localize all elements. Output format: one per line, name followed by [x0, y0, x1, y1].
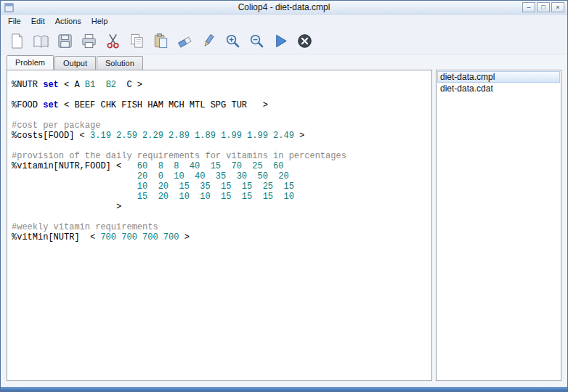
- copy-button[interactable]: [127, 31, 146, 50]
- panels: %NUTR set < A B1 B2 C > %FOOD set < BEEF…: [7, 70, 561, 381]
- print-icon: [81, 33, 97, 49]
- code-line: 20 0 10 40 35 30 50 20: [12, 171, 427, 181]
- save-button[interactable]: [55, 31, 74, 50]
- new-document-icon: [9, 33, 25, 49]
- save-icon: [57, 33, 73, 49]
- redo-button[interactable]: [199, 31, 218, 50]
- open-file-icon: [33, 33, 49, 49]
- app-window: Coliop4 - diet-data.cmpl –□× FileEditAct…: [0, 0, 568, 392]
- code-line: %vitMin[NUTR] < 700 700 700 700 >: [12, 232, 427, 242]
- menu-actions[interactable]: Actions: [50, 15, 86, 27]
- copy-icon: [129, 33, 145, 49]
- code-line: #weekly vitamin requirements: [12, 222, 427, 232]
- code-line: [12, 141, 427, 151]
- window-controls: –□×: [522, 2, 564, 12]
- code-line: [12, 110, 427, 121]
- toolbar: [1, 28, 567, 54]
- window-bottom-frame: [1, 387, 567, 391]
- title-bar[interactable]: Coliop4 - diet-data.cmpl –□×: [1, 1, 567, 15]
- window-title: Coliop4 - diet-data.cmpl: [1, 2, 567, 12]
- zoom-in-icon: [224, 33, 241, 49]
- file-item[interactable]: diet-data.cdat: [437, 83, 560, 94]
- menu-help[interactable]: Help: [86, 15, 113, 27]
- code-line: [12, 90, 427, 100]
- app-icon: [4, 3, 14, 12]
- cut-icon: [105, 33, 121, 49]
- tab-bar: ProblemOutputSolution: [7, 54, 561, 70]
- zoom-in-button[interactable]: [223, 31, 242, 50]
- code-line: >: [12, 202, 427, 212]
- menu-edit[interactable]: Edit: [26, 15, 50, 27]
- file-list: diet-data.cmpldiet-data.cdat: [436, 70, 561, 381]
- menu-bar: FileEditActionsHelp: [1, 15, 567, 28]
- code-line: %costs[FOOD] < 3.19 2.59 2.29 2.89 1.89 …: [12, 131, 427, 141]
- code-line: [12, 212, 427, 222]
- undo-icon: [177, 33, 193, 49]
- zoom-out-icon: [248, 33, 265, 49]
- code-line: %FOOD set < BEEF CHK FISH HAM MCH MTL SP…: [12, 100, 427, 110]
- workspace: ProblemOutputSolution %NUTR set < A B1 B…: [1, 54, 567, 387]
- paste-icon: [153, 33, 169, 49]
- open-button[interactable]: [31, 31, 50, 50]
- run-button[interactable]: [271, 31, 290, 50]
- print-button[interactable]: [79, 31, 98, 50]
- code-line: 15 20 10 10 15 15 15 10: [12, 192, 427, 202]
- stop-button[interactable]: [295, 31, 314, 50]
- paste-button[interactable]: [151, 31, 170, 50]
- new-button[interactable]: [7, 31, 26, 50]
- minimize-button[interactable]: –: [522, 2, 535, 12]
- tab-solution[interactable]: Solution: [97, 56, 143, 70]
- tab-output[interactable]: Output: [54, 56, 96, 70]
- undo-button[interactable]: [175, 31, 194, 50]
- code-line: %vitamin[NUTR,FOOD] < 60 8 8 40 15 70 25…: [12, 161, 427, 171]
- code-line: #provision of the daily requirements for…: [12, 151, 427, 161]
- run-icon: [272, 33, 289, 49]
- tab-problem[interactable]: Problem: [7, 55, 54, 70]
- close-button[interactable]: ×: [551, 2, 564, 12]
- code-line: %NUTR set < A B1 B2 C >: [12, 80, 427, 90]
- redo-icon: [200, 33, 217, 49]
- code-line: 10 20 15 35 15 15 25 15: [12, 181, 427, 192]
- stop-icon: [296, 33, 313, 49]
- cut-button[interactable]: [103, 31, 122, 50]
- file-item[interactable]: diet-data.cmpl: [437, 71, 560, 83]
- code-line: #cost per package: [12, 121, 427, 131]
- code-editor[interactable]: %NUTR set < A B1 B2 C > %FOOD set < BEEF…: [7, 70, 432, 381]
- maximize-button[interactable]: □: [537, 2, 550, 12]
- menu-file[interactable]: File: [3, 15, 26, 27]
- zoom-out-button[interactable]: [247, 31, 266, 50]
